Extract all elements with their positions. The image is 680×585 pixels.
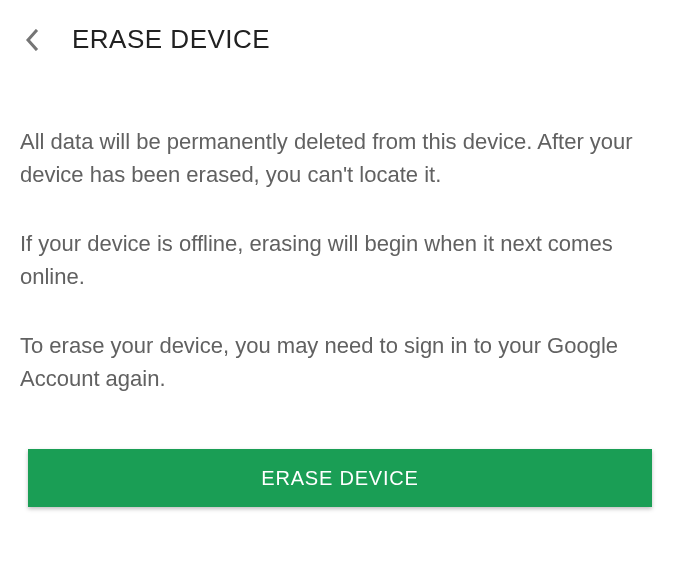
content-area: All data will be permanently deleted fro… [0, 75, 680, 395]
header: ERASE DEVICE [0, 0, 680, 75]
warning-text-1: All data will be permanently deleted fro… [20, 125, 660, 191]
back-icon[interactable] [20, 28, 44, 52]
warning-text-3: To erase your device, you may need to si… [20, 329, 660, 395]
page-title: ERASE DEVICE [72, 24, 270, 55]
erase-device-button[interactable]: ERASE DEVICE [28, 449, 652, 507]
warning-text-2: If your device is offline, erasing will … [20, 227, 660, 293]
button-container: ERASE DEVICE [0, 431, 680, 507]
